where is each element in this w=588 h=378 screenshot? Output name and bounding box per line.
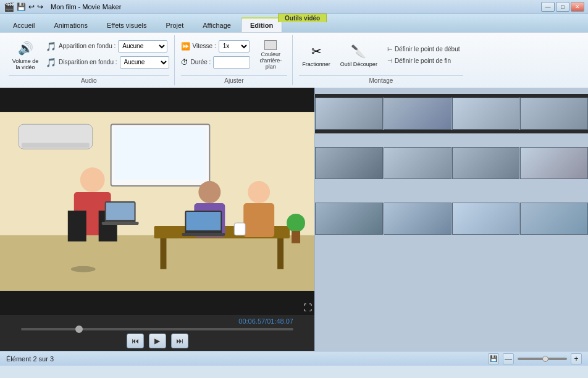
zoom-plus-button[interactable]: + — [571, 353, 582, 364]
close-button[interactable]: ✕ — [571, 2, 584, 12]
ajuster-label: Ajuster — [181, 75, 288, 85]
time-display: 00:06.57/01:48.07 — [238, 317, 308, 325]
ajuster-controls: ⏩ Vitesse : 1x ⏱ Durée : — [181, 40, 251, 70]
svg-rect-23 — [182, 233, 225, 236]
thumb-4[interactable] — [520, 98, 588, 130]
thumb-5[interactable] — [315, 147, 383, 179]
thumb-12[interactable] — [520, 203, 588, 235]
svg-rect-16 — [102, 222, 139, 225]
svg-rect-26 — [292, 231, 300, 243]
svg-rect-15 — [106, 203, 135, 220]
play-button[interactable]: ▶ — [149, 334, 166, 348]
zoom-thumb[interactable] — [542, 356, 548, 362]
thumb-6[interactable] — [384, 147, 452, 179]
thumb-10[interactable] — [384, 203, 452, 235]
quick-access-redo[interactable]: ↪ — [37, 2, 43, 11]
thumb-11[interactable] — [452, 203, 520, 235]
tab-effets-visuels[interactable]: Effets visuels — [98, 17, 156, 32]
main-area: ⛶ 00:06.57/01:48.07 ⏮ ▶ ⏭ — [0, 88, 588, 351]
svg-rect-6 — [114, 127, 207, 180]
zoom-slider[interactable] — [518, 358, 567, 360]
ribbon-group-ajuster: ⏩ Vitesse : 1x ⏱ Durée : Couleur d'arriè… — [176, 35, 293, 85]
svg-rect-12 — [68, 211, 86, 242]
debut-icon: ⊢ — [387, 46, 393, 52]
tab-projet[interactable]: Projet — [157, 17, 193, 32]
app-icon: 🎬 — [4, 2, 14, 12]
vitesse-row: ⏩ Vitesse : 1x — [181, 40, 251, 52]
title-bar: 🎬 💾 ↩ ↪ Mon film - Movie Maker — □ ✕ — [0, 0, 588, 14]
vitesse-select[interactable]: 1x — [219, 40, 250, 52]
volume-label: Volume de la vidéo — [12, 58, 39, 70]
svg-point-10 — [80, 167, 105, 192]
tab-edition[interactable]: Edition — [241, 17, 282, 32]
zoom-minus-button[interactable]: — — [503, 353, 514, 364]
apparition-select[interactable]: Aucune — [118, 40, 167, 52]
fractionner-label: Fractionner — [302, 61, 330, 67]
film-strip-bottom — [315, 199, 588, 238]
time-slider-thumb[interactable] — [75, 326, 83, 333]
title-bar-controls: — □ ✕ — [541, 2, 584, 12]
svg-rect-20 — [243, 203, 274, 237]
disparition-icon: 🎵 — [46, 57, 56, 67]
montage-label: Montage — [299, 75, 463, 85]
thumb-8[interactable] — [520, 147, 588, 179]
duree-input[interactable] — [213, 56, 250, 69]
status-bar: Élément 2 sur 3 💾 — + — [0, 351, 588, 366]
audio-options: 🎵 Apparition en fondu : Aucune 🎵 Dispari… — [46, 40, 169, 70]
maximize-button[interactable]: □ — [556, 2, 569, 12]
apparition-label: Apparition en fondu : — [59, 43, 116, 49]
duree-icon: ⏱ — [181, 58, 188, 67]
audio-label: Audio — [9, 75, 169, 85]
ribbon-group-montage: ✂ Fractionner 🔪 Outil Découper ⊢ Définir… — [294, 35, 468, 85]
vitesse-icon: ⏩ — [181, 42, 190, 51]
film-strip-top — [315, 94, 588, 133]
outil-decouper-label: Outil Découper — [340, 61, 377, 67]
thumb-3[interactable] — [452, 98, 520, 130]
outil-decouper-button[interactable]: 🔪 Outil Découper — [337, 41, 380, 69]
timeline-panel: ✂ Couper ⧉ Copjer 📋 Coller ⬜ Sélectionne… — [315, 88, 588, 351]
disparition-row: 🎵 Disparition en fondu : Aucune — [46, 56, 169, 69]
vitesse-label: Vitesse : — [193, 43, 216, 49]
svg-rect-24 — [234, 223, 245, 235]
fractionner-icon: ✂ — [308, 43, 325, 60]
definir-fin-button[interactable]: ⊣ Définir le point de fin — [384, 56, 463, 65]
svg-rect-2 — [0, 235, 314, 291]
minimize-button[interactable]: — — [541, 2, 555, 12]
volume-button[interactable]: 🔊 Volume de la vidéo — [9, 38, 42, 72]
quick-access-undo[interactable]: ↩ — [28, 2, 35, 11]
preview-controls: 00:06.57/01:48.07 ⏮ ▶ ⏭ — [0, 315, 314, 351]
svg-point-17 — [198, 181, 220, 203]
time-slider[interactable] — [21, 328, 293, 330]
save-status-icon[interactable]: 💾 — [488, 353, 499, 364]
audio-group-content: 🔊 Volume de la vidéo 🎵 Apparition en fon… — [9, 35, 169, 74]
rewind-button[interactable]: ⏮ — [127, 334, 144, 348]
fractionner-button[interactable]: ✂ Fractionner — [299, 41, 334, 69]
ribbon-tabs: Outils vidéo Accueil Animations Effets v… — [0, 14, 588, 32]
tab-affichage[interactable]: Affichage — [193, 17, 240, 32]
apparition-icon: 🎵 — [46, 41, 56, 51]
couleur-button[interactable]: Couleur d'arrière-plan — [254, 39, 287, 71]
preview-area: ⛶ — [0, 88, 314, 315]
thumb-2[interactable] — [384, 98, 452, 130]
ajuster-group-content: ⏩ Vitesse : 1x ⏱ Durée : Couleur d'arriè… — [181, 35, 288, 74]
thumb-7[interactable] — [452, 147, 520, 179]
forward-button[interactable]: ⏭ — [171, 334, 188, 348]
fin-label: Définir le point de fin — [395, 57, 451, 64]
thumb-9[interactable] — [315, 203, 383, 235]
fullscreen-button[interactable]: ⛶ — [303, 303, 312, 313]
tab-accueil[interactable]: Accueil — [4, 17, 44, 32]
fin-icon: ⊣ — [387, 57, 393, 64]
color-swatch — [264, 40, 277, 50]
tab-animations[interactable]: Animations — [44, 17, 96, 32]
video-preview: ⛶ 00:06.57/01:48.07 ⏮ ▶ ⏭ — [0, 88, 315, 351]
thumb-1[interactable] — [315, 98, 383, 130]
definir-debut-button[interactable]: ⊢ Définir le point de début — [384, 44, 463, 54]
title-bar-left: 🎬 💾 ↩ ↪ Mon film - Movie Maker — [4, 2, 121, 12]
svg-point-25 — [287, 214, 305, 232]
status-right: 💾 — + — [488, 353, 582, 364]
svg-rect-8 — [160, 238, 166, 269]
outil-decouper-icon: 🔪 — [350, 43, 368, 60]
disparition-select[interactable]: Aucune — [120, 56, 169, 69]
outils-video-label: Outils vidéo — [278, 14, 327, 22]
quick-access-save[interactable]: 💾 — [17, 2, 26, 11]
